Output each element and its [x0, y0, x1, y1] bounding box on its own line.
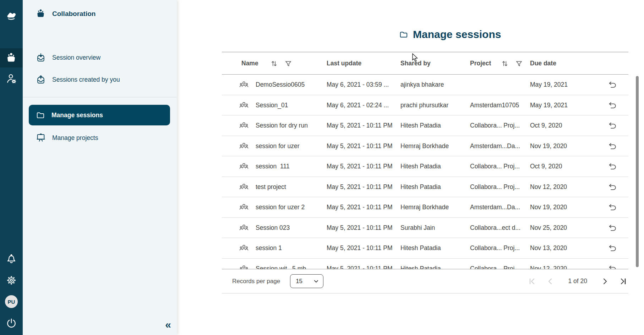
table-row[interactable]: session 111 May 5, 2021 - 10:11 PM Hites… [222, 156, 628, 177]
project-value: Collabora... Proj... [470, 156, 520, 177]
table-row[interactable]: Session 023 May 5, 2021 - 10:11 PM Surab… [222, 218, 628, 238]
filter-icon[interactable] [515, 52, 523, 75]
people-group-icon [239, 259, 249, 270]
people-group-icon [239, 75, 249, 95]
folder-icon [399, 30, 409, 39]
table-row[interactable]: Session for dry run May 5, 2021 - 10:11 … [222, 115, 628, 136]
column-header-name[interactable]: Name [241, 52, 258, 75]
session-name[interactable]: Session wit...5 mb [256, 259, 306, 270]
sidebar-item-manage-sessions-selected[interactable]: Manage sessions [29, 105, 170, 125]
sidebar-item-session-overview[interactable]: Session overview [36, 52, 100, 63]
project-value: Amsterdam...Da... [470, 197, 520, 217]
people-group-icon [239, 136, 249, 156]
sort-icon[interactable] [501, 52, 509, 75]
last-update-value: May 5, 2021 - 10:11 PM [327, 218, 392, 238]
last-update-value: May 5, 2021 - 10:11 PM [327, 177, 392, 197]
sessions-table: Name Last update Shared by Project Due d… [222, 52, 628, 269]
column-header-project[interactable]: Project [470, 52, 491, 75]
table-row[interactable]: session for uzer May 5, 2021 - 10:11 PM … [222, 136, 628, 157]
table-row[interactable]: test project May 5, 2021 - 10:11 PM Hite… [222, 177, 628, 198]
sidebar-collapse-button[interactable]: « [165, 319, 171, 330]
session-name[interactable]: test project [256, 177, 286, 197]
restore-session-icon[interactable] [607, 177, 617, 197]
first-page-button[interactable] [528, 278, 536, 285]
sort-icon[interactable] [270, 52, 278, 75]
people-group-icon [239, 95, 249, 115]
shared-by-value: Hitesh Patadia [400, 156, 441, 177]
session-name[interactable]: Session 023 [256, 218, 290, 238]
table-row[interactable]: session for uzer 2 May 5, 2021 - 10:11 P… [222, 197, 628, 218]
sidebar-item-sessions-created-by-you[interactable]: Sessions created by you [36, 74, 120, 85]
logo-icon[interactable] [0, 7, 23, 24]
people-group-icon [239, 218, 249, 238]
page-status: 1 of 20 [568, 277, 587, 285]
inbox-download-icon [36, 52, 46, 63]
restore-session-icon[interactable] [607, 115, 617, 136]
restore-session-icon[interactable] [607, 259, 617, 270]
due-date-value: Nov 25, 2020 [530, 218, 567, 238]
project-value: Amsterdam...Da... [470, 136, 520, 156]
table-row[interactable]: Session wit...5 mb May 5, 2021 - 10:11 P… [222, 259, 628, 270]
due-date-value: Oct 9, 2020 [530, 156, 562, 177]
restore-session-icon[interactable] [607, 197, 617, 217]
user-settings-icon[interactable] [0, 70, 23, 87]
people-group-icon [239, 197, 249, 217]
session-name[interactable]: session for uzer [256, 136, 300, 156]
session-name[interactable]: session for uzer 2 [256, 197, 305, 217]
restore-session-icon[interactable] [607, 238, 617, 258]
sidebar: Collaboration Session overview Sessions … [23, 0, 177, 335]
rail-collaboration-tab-active[interactable] [0, 48, 23, 67]
folder-icon [36, 110, 45, 120]
records-per-page-select[interactable]: 15 [290, 274, 323, 288]
session-name[interactable]: Session_01 [256, 95, 288, 115]
restore-session-icon[interactable] [607, 156, 617, 177]
people-group-icon [239, 115, 249, 136]
table-row[interactable]: session 1 May 5, 2021 - 10:11 PM Hitesh … [222, 238, 628, 259]
shared-by-value: Hemraj Borkhade [400, 197, 449, 217]
restore-session-icon[interactable] [607, 218, 617, 238]
last-update-value: May 5, 2021 - 10:11 PM [327, 136, 392, 156]
column-header-due-date[interactable]: Due date [530, 52, 556, 75]
due-date-value: Oct 9, 2020 [530, 115, 562, 136]
project-value: Collabora...ect d... [470, 218, 520, 238]
power-icon[interactable] [0, 315, 23, 332]
shared-by-value: Hitesh Patadia [400, 115, 441, 136]
session-name[interactable]: session 1 [256, 238, 282, 258]
sidebar-item-label: Session overview [52, 54, 100, 61]
records-per-page-value: 15 [296, 278, 302, 285]
bell-icon[interactable] [0, 250, 23, 267]
pagination: 1 of 20 [528, 277, 627, 285]
last-update-value: May 6, 2021 - 02:24 ... [327, 95, 389, 115]
sidebar-item-label: Sessions created by you [52, 76, 120, 83]
chevron-down-icon [313, 279, 319, 283]
shared-by-value: prachi phursutkar [400, 95, 448, 115]
due-date-value: May 19, 2021 [530, 75, 568, 95]
table-row[interactable]: Session_01 May 6, 2021 - 02:24 ... prach… [222, 95, 628, 116]
shared-by-value: Hemraj Borkhade [400, 136, 449, 156]
restore-session-icon[interactable] [607, 136, 617, 156]
last-page-button[interactable] [619, 278, 627, 285]
filter-icon[interactable] [284, 52, 292, 75]
restore-session-icon[interactable] [607, 95, 617, 115]
restore-session-icon[interactable] [607, 75, 617, 95]
session-name[interactable]: Session for dry run [256, 115, 308, 136]
vertical-scrollbar[interactable] [636, 76, 639, 267]
sidebar-collaboration-header[interactable]: Collaboration [36, 9, 95, 18]
shared-by-value: Hitesh Patadia [400, 259, 441, 270]
shared-by-value: Hitesh Patadia [400, 238, 441, 258]
due-date-value: Nov 19, 2020 [530, 136, 567, 156]
shared-by-value: ajinkya bhakare [400, 75, 444, 95]
avatar[interactable]: PU [5, 295, 18, 308]
column-header-shared-by[interactable]: Shared by [400, 52, 431, 75]
sidebar-item-manage-projects[interactable]: Manage projects [36, 133, 98, 143]
due-date-value: Nov 12, 2020 [530, 259, 567, 270]
previous-page-button[interactable] [547, 278, 554, 285]
session-name[interactable]: session 111 [256, 156, 290, 177]
session-name[interactable]: DemoSessio0605 [256, 75, 305, 95]
table-row[interactable]: DemoSessio0605 May 6, 2021 - 03:59 ... a… [222, 75, 628, 95]
column-header-last-update[interactable]: Last update [327, 52, 361, 75]
due-date-value: Nov 19, 2020 [530, 197, 567, 217]
next-page-button[interactable] [601, 278, 608, 285]
last-update-value: May 5, 2021 - 10:11 PM [327, 238, 392, 258]
settings-gear-icon[interactable] [0, 272, 23, 289]
